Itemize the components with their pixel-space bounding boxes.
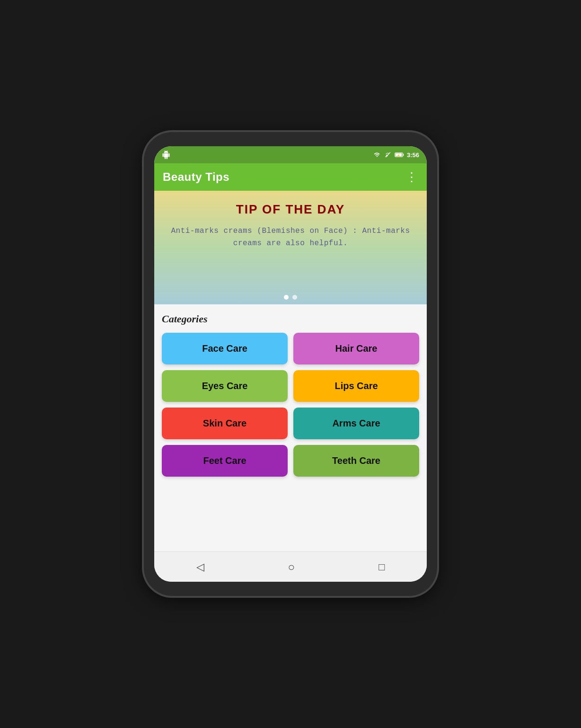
back-button[interactable]: ◁ bbox=[192, 556, 209, 578]
carousel-dots bbox=[284, 295, 297, 300]
app-bar: Beauty Tips ⋮ bbox=[154, 163, 427, 191]
signal-icon bbox=[384, 151, 392, 158]
eyes-care-button[interactable]: Eyes Care bbox=[162, 370, 288, 402]
more-options-icon[interactable]: ⋮ bbox=[405, 171, 418, 183]
categories-section: Categories Face Care Hair Care Eyes Care… bbox=[154, 304, 427, 551]
home-button[interactable]: ○ bbox=[283, 556, 300, 578]
categories-grid: Face Care Hair Care Eyes Care Lips Care … bbox=[162, 333, 419, 477]
back-icon: ◁ bbox=[196, 561, 204, 573]
lips-care-button[interactable]: Lips Care bbox=[293, 370, 419, 402]
dot-2 bbox=[292, 295, 297, 300]
svg-text:⚡: ⚡ bbox=[396, 154, 401, 158]
feet-care-button[interactable]: Feet Care bbox=[162, 445, 288, 477]
home-icon: ○ bbox=[288, 560, 295, 574]
phone-device: ⚡ 3:56 Beauty Tips ⋮ TIP OF THE DAY Anti… bbox=[144, 132, 437, 596]
status-left bbox=[162, 151, 170, 159]
categories-title: Categories bbox=[162, 313, 419, 325]
skin-care-button[interactable]: Skin Care bbox=[162, 408, 288, 439]
time-display: 3:56 bbox=[407, 151, 419, 159]
tip-title: TIP OF THE DAY bbox=[236, 202, 345, 217]
bottom-nav: ◁ ○ □ bbox=[154, 551, 427, 582]
tip-text: Anti-marks creams (Blemishes on Face) : … bbox=[168, 225, 413, 249]
battery-icon: ⚡ bbox=[395, 151, 404, 158]
status-bar: ⚡ 3:56 bbox=[154, 146, 427, 163]
phone-screen: ⚡ 3:56 Beauty Tips ⋮ TIP OF THE DAY Anti… bbox=[154, 146, 427, 582]
recents-icon: □ bbox=[379, 561, 385, 573]
android-icon bbox=[162, 151, 170, 159]
recents-button[interactable]: □ bbox=[374, 556, 389, 578]
dot-1 bbox=[284, 295, 289, 300]
wifi-icon bbox=[373, 151, 381, 158]
app-title: Beauty Tips bbox=[163, 170, 229, 184]
svg-rect-1 bbox=[403, 154, 404, 156]
face-care-button[interactable]: Face Care bbox=[162, 333, 288, 364]
status-icons: ⚡ 3:56 bbox=[373, 151, 419, 159]
tip-banner: TIP OF THE DAY Anti-marks creams (Blemis… bbox=[154, 191, 427, 304]
teeth-care-button[interactable]: Teeth Care bbox=[293, 445, 419, 477]
arms-care-button[interactable]: Arms Care bbox=[293, 408, 419, 439]
hair-care-button[interactable]: Hair Care bbox=[293, 333, 419, 364]
